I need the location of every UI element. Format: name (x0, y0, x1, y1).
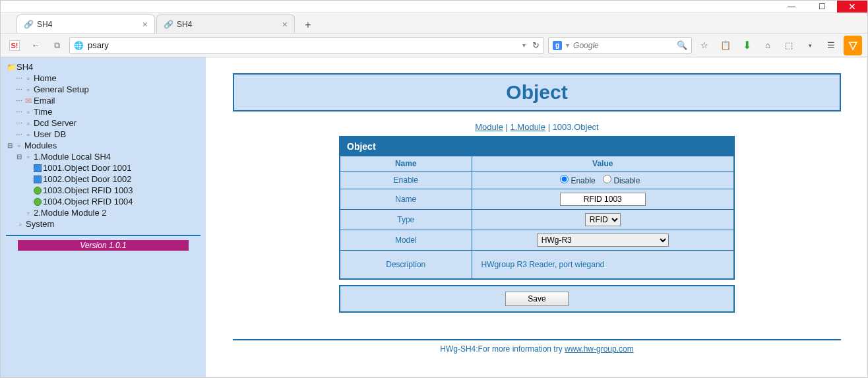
disable-radio-label[interactable]: Disable (603, 176, 640, 185)
page-icon: ▫ (23, 85, 34, 94)
tab-0[interactable]: 🔗 SH4 × (16, 15, 155, 33)
tab-bar: 🔗 SH4 × 🔗 SH4 × + (1, 13, 867, 34)
enable-radio-label[interactable]: Enable (560, 176, 596, 185)
nav-system[interactable]: ▫System (6, 218, 201, 230)
model-select[interactable]: HWg-R3 (537, 234, 669, 247)
table-section-header: Object (340, 137, 734, 156)
main-panel: Object Module | 1.Module | 1003.Object O… (206, 57, 867, 377)
nav-dcd-server[interactable]: ⋯▫Dcd Server (6, 117, 201, 129)
row-model-label: Model (340, 230, 472, 251)
toolbar: S! ← ⧉ 🌐 ▾ ↻ g ▾ 🔍 ☆ 📋 ⬇ ⌂ ⬚ ▾ ☰ ▽ (1, 34, 867, 57)
rfid-icon (32, 198, 43, 206)
tab-title: SH4 (37, 20, 52, 29)
page-icon: ▫ (23, 208, 34, 218)
footer-divider (233, 339, 841, 340)
content-area: 📁SH4 ⋯▫Home ⋯▫General Setup ⋯✉Email ⋯▫Ti… (1, 57, 867, 377)
save-row: Save (339, 285, 735, 313)
dropdown-icon[interactable]: ▾ (522, 42, 526, 49)
bullet-icon: ⋯ (15, 131, 23, 138)
extension-icon[interactable]: ⬚ (780, 36, 797, 55)
row-enable-value: Enable Disable (472, 172, 734, 189)
nav-time[interactable]: ⋯▫Time (6, 106, 201, 117)
disable-radio[interactable] (603, 175, 611, 183)
search-bar[interactable]: g ▾ 🔍 (548, 37, 692, 54)
sidebar: 📁SH4 ⋯▫Home ⋯▫General Setup ⋯✉Email ⋯▫Ti… (1, 57, 206, 377)
nav-object-1001[interactable]: 1001.Object Door 1001 (6, 162, 201, 173)
new-tab-button[interactable]: + (300, 17, 316, 33)
bullet-icon: ⋯ (15, 75, 23, 82)
nav-object-1003[interactable]: 1003.Object RFID 1003 (6, 185, 201, 196)
page-title: Object (234, 81, 840, 104)
url-bar[interactable]: 🌐 ▾ ↻ (69, 37, 544, 54)
dropdown-icon[interactable]: ▾ (566, 42, 569, 49)
tree-root[interactable]: 📁SH4 (6, 61, 201, 73)
bullet-icon: ⋯ (15, 119, 23, 127)
menu-icon[interactable]: ☰ (822, 36, 840, 55)
tab-1[interactable]: 🔗 SH4 × (156, 15, 295, 33)
save-button[interactable]: Save (505, 292, 569, 306)
reload-icon[interactable]: ↻ (532, 40, 540, 50)
browser-window: — ☐ ✕ 🔗 SH4 × 🔗 SH4 × + S! ← ⧉ 🌐 ▾ ↻ g ▾ (0, 0, 868, 378)
nav-module-1[interactable]: ⊟▫1.Module Local SH4 (6, 151, 201, 162)
enable-radio[interactable] (560, 175, 569, 183)
rfid-icon (32, 187, 43, 195)
tab-title: SH4 (177, 20, 192, 29)
avast-icon[interactable]: ▽ (844, 36, 862, 55)
nav-object-1002[interactable]: 1002.Object Door 1002 (6, 173, 201, 185)
tab-close-icon[interactable]: × (142, 19, 148, 30)
nav-email[interactable]: ⋯✉Email (6, 95, 201, 106)
bullet-icon: ⋯ (15, 86, 23, 93)
footer-link[interactable]: www.hw-group.com (565, 344, 634, 354)
collapse-icon[interactable]: ⊟ (15, 153, 23, 160)
page-icon: ▫ (23, 108, 34, 117)
google-icon: g (553, 41, 562, 50)
breadcrumb-module-1[interactable]: 1.Module (511, 122, 545, 132)
row-desc-value: HWgroup R3 Reader, port wiegand (472, 251, 734, 280)
link-icon: 🔗 (164, 20, 173, 29)
footer: HWg-SH4:For more information try www.hw-… (233, 344, 841, 367)
bullet-icon: ⋯ (15, 108, 23, 115)
col-value-header: Value (472, 156, 734, 172)
version-label: Version 1.0.1 (18, 240, 189, 251)
maximize-button[interactable]: ☐ (807, 1, 837, 13)
clipboard-icon[interactable]: 📋 (717, 36, 734, 55)
page-icon: ▫ (14, 141, 24, 150)
page-icon: ▫ (15, 220, 26, 229)
nav-modules[interactable]: ⊟▫Modules (6, 140, 201, 151)
breadcrumb-module[interactable]: Module (475, 122, 503, 132)
page-icon: ▫ (23, 152, 34, 162)
search-input[interactable] (573, 41, 673, 50)
tab-close-icon[interactable]: × (282, 19, 288, 30)
door-icon (32, 164, 43, 172)
col-name-header: Name (340, 156, 472, 172)
bookmark-star-icon[interactable]: ☆ (696, 36, 713, 55)
nav-module-2[interactable]: ▫2.Module Module 2 (6, 207, 201, 218)
nav-user-db[interactable]: ⋯▫User DB (6, 129, 201, 140)
extension-dropdown-icon[interactable]: ▾ (801, 36, 819, 55)
url-input[interactable] (88, 40, 518, 50)
bullet-icon: ⋯ (15, 97, 23, 104)
close-button[interactable]: ✕ (837, 1, 867, 13)
nav-general-setup[interactable]: ⋯▫General Setup (6, 84, 201, 95)
name-input[interactable] (560, 193, 646, 206)
type-select[interactable]: RFID (585, 213, 621, 226)
row-type-label: Type (340, 210, 472, 230)
page-icon: ▫ (23, 119, 34, 128)
nav-home[interactable]: ⋯▫Home (6, 73, 201, 84)
email-icon: ✉ (23, 96, 34, 106)
download-icon[interactable]: ⬇ (738, 36, 755, 55)
back-button[interactable]: ← (27, 36, 44, 55)
minimize-button[interactable]: — (776, 1, 807, 13)
row-name-label: Name (340, 189, 472, 210)
home-icon[interactable]: ⌂ (759, 36, 776, 55)
seznam-button[interactable]: S! (6, 36, 23, 55)
collapse-icon[interactable]: ⊟ (6, 142, 14, 149)
search-icon[interactable]: 🔍 (677, 40, 687, 50)
nav-object-1004[interactable]: 1004.Object RFID 1004 (6, 196, 201, 207)
object-table: Object Name Value Enable Enable Disable … (339, 136, 735, 280)
page-icon: ▫ (23, 130, 34, 139)
titlebar: — ☐ ✕ (1, 1, 867, 13)
nav-tree: 📁SH4 ⋯▫Home ⋯▫General Setup ⋯✉Email ⋯▫Ti… (6, 61, 201, 230)
breadcrumb-current: 1003.Object (553, 122, 599, 132)
key-icon[interactable]: ⧉ (48, 36, 65, 55)
